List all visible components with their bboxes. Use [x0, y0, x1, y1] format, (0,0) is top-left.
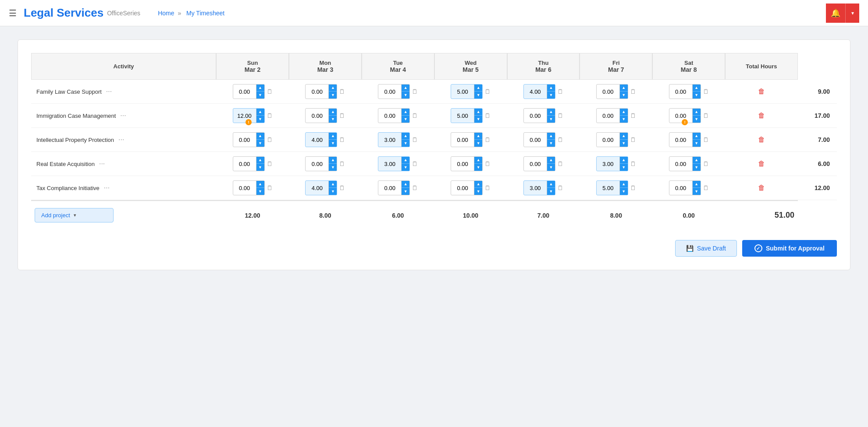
hour-input[interactable] — [524, 157, 547, 171]
spin-up-button[interactable]: ▲ — [547, 181, 555, 188]
note-icon[interactable]: 🗒 — [557, 136, 563, 143]
hour-input[interactable] — [306, 109, 328, 123]
spin-up-button[interactable]: ▲ — [547, 109, 555, 116]
hour-input[interactable] — [233, 109, 256, 123]
note-icon[interactable]: 🗒 — [484, 88, 491, 95]
hour-input[interactable] — [524, 181, 547, 195]
spin-up-button[interactable]: ▲ — [547, 133, 555, 140]
spin-up-button[interactable]: ▲ — [402, 109, 409, 116]
spin-down-button[interactable]: ▼ — [474, 116, 482, 123]
hour-input[interactable] — [524, 109, 547, 123]
spin-up-button[interactable]: ▲ — [620, 85, 628, 92]
spin-down-button[interactable]: ▼ — [329, 164, 337, 171]
note-icon[interactable]: 🗒 — [703, 88, 709, 95]
add-project-button[interactable]: Add project ▾ — [35, 208, 114, 222]
hour-input[interactable] — [669, 157, 692, 171]
spin-down-button[interactable]: ▼ — [402, 116, 409, 123]
row-menu-icon[interactable]: ··· — [103, 88, 114, 95]
spin-down-button[interactable]: ▼ — [402, 92, 409, 99]
row-menu-icon[interactable]: ··· — [116, 136, 127, 144]
spin-up-button[interactable]: ▲ — [620, 133, 628, 140]
spin-up-button[interactable]: ▲ — [402, 181, 409, 188]
note-icon[interactable]: 🗒 — [630, 160, 636, 167]
spin-down-button[interactable]: ▼ — [402, 140, 409, 147]
note-icon[interactable]: 🗒 — [484, 184, 491, 191]
spin-up-button[interactable]: ▲ — [474, 157, 482, 164]
hour-input[interactable] — [378, 109, 401, 123]
note-icon[interactable]: 🗒 — [630, 184, 636, 191]
delete-row-button[interactable]: 🗑 — [756, 112, 767, 120]
hour-input[interactable] — [306, 181, 328, 195]
hour-input[interactable] — [233, 85, 256, 99]
note-icon[interactable]: 🗒 — [339, 184, 345, 191]
row-menu-icon[interactable]: ··· — [117, 112, 128, 120]
spin-up-button[interactable]: ▲ — [693, 109, 701, 116]
note-icon[interactable]: 🗒 — [703, 136, 709, 143]
hour-input[interactable] — [451, 133, 474, 147]
hour-input[interactable] — [306, 157, 328, 171]
hour-input[interactable] — [233, 181, 256, 195]
spin-down-button[interactable]: ▼ — [620, 116, 628, 123]
delete-row-button[interactable]: 🗑 — [756, 160, 767, 168]
note-icon[interactable]: 🗒 — [267, 184, 273, 191]
spin-down-button[interactable]: ▼ — [329, 188, 337, 195]
hour-input[interactable] — [451, 181, 474, 195]
spin-up-button[interactable]: ▲ — [329, 181, 337, 188]
spin-up-button[interactable]: ▲ — [547, 85, 555, 92]
spin-up-button[interactable]: ▲ — [329, 133, 337, 140]
spin-down-button[interactable]: ▼ — [547, 188, 555, 195]
save-draft-button[interactable]: 💾 Save Draft — [675, 240, 737, 257]
hour-input[interactable] — [669, 109, 692, 123]
spin-up-button[interactable]: ▲ — [402, 133, 409, 140]
spin-down-button[interactable]: ▼ — [620, 92, 628, 99]
delete-row-button[interactable]: 🗑 — [756, 184, 767, 192]
note-icon[interactable]: 🗒 — [412, 160, 418, 167]
spin-down-button[interactable]: ▼ — [256, 116, 264, 123]
hour-input[interactable] — [306, 85, 328, 99]
hour-input[interactable] — [597, 133, 619, 147]
spin-up-button[interactable]: ▲ — [256, 109, 264, 116]
row-menu-icon[interactable]: ··· — [96, 160, 107, 168]
row-menu-icon[interactable]: ··· — [101, 184, 112, 192]
hour-input[interactable] — [233, 157, 256, 171]
note-icon[interactable]: 🗒 — [267, 112, 273, 119]
spin-down-button[interactable]: ▼ — [547, 116, 555, 123]
spin-down-button[interactable]: ▼ — [693, 164, 701, 171]
note-icon[interactable]: 🗒 — [484, 136, 491, 143]
spin-down-button[interactable]: ▼ — [620, 188, 628, 195]
note-icon[interactable]: 🗒 — [267, 88, 273, 95]
header-dropdown-button[interactable]: ▾ — [845, 4, 859, 23]
hour-input[interactable] — [451, 109, 474, 123]
spin-down-button[interactable]: ▼ — [693, 92, 701, 99]
spin-down-button[interactable]: ▼ — [474, 92, 482, 99]
spin-up-button[interactable]: ▲ — [693, 85, 701, 92]
spin-up-button[interactable]: ▲ — [329, 85, 337, 92]
spin-up-button[interactable]: ▲ — [620, 109, 628, 116]
note-icon[interactable]: 🗒 — [484, 112, 491, 119]
spin-up-button[interactable]: ▲ — [693, 133, 701, 140]
note-icon[interactable]: 🗒 — [557, 184, 563, 191]
spin-down-button[interactable]: ▼ — [329, 116, 337, 123]
note-icon[interactable]: 🗒 — [267, 160, 273, 167]
footer-add-project[interactable]: Add project ▾ — [31, 200, 216, 229]
spin-up-button[interactable]: ▲ — [474, 133, 482, 140]
hour-input[interactable] — [524, 85, 547, 99]
note-icon[interactable]: 🗒 — [339, 88, 345, 95]
hour-input[interactable] — [597, 181, 619, 195]
breadcrumb-home[interactable]: Home — [158, 10, 174, 17]
spin-down-button[interactable]: ▼ — [474, 140, 482, 147]
spin-down-button[interactable]: ▼ — [474, 164, 482, 171]
delete-row-button[interactable]: 🗑 — [756, 136, 767, 144]
spin-down-button[interactable]: ▼ — [329, 140, 337, 147]
hour-input[interactable] — [233, 133, 256, 147]
hour-input[interactable] — [669, 85, 692, 99]
note-icon[interactable]: 🗒 — [703, 160, 709, 167]
note-icon[interactable]: 🗒 — [630, 136, 636, 143]
hour-input[interactable] — [378, 85, 401, 99]
hour-input[interactable] — [378, 181, 401, 195]
hour-input[interactable] — [597, 109, 619, 123]
note-icon[interactable]: 🗒 — [267, 136, 273, 143]
spin-down-button[interactable]: ▼ — [547, 164, 555, 171]
spin-down-button[interactable]: ▼ — [693, 188, 701, 195]
spin-up-button[interactable]: ▲ — [474, 85, 482, 92]
